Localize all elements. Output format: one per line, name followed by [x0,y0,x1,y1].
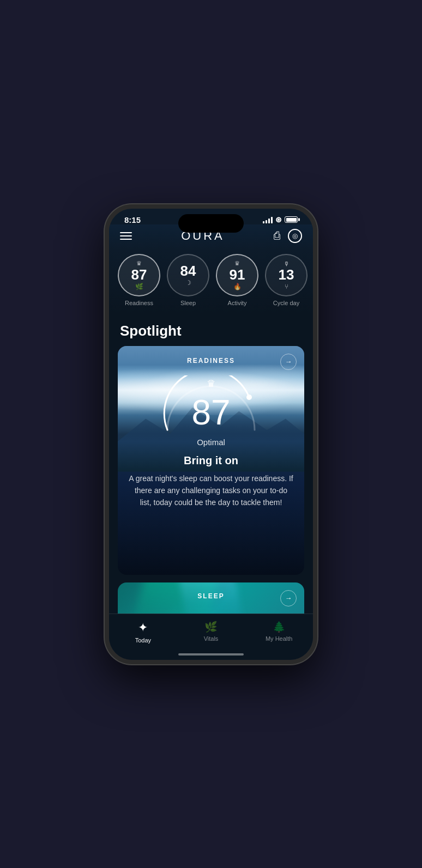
dynamic-island [178,214,244,233]
phone-frame: 8:15 ⊛ ŌURA ⎙ ◎ [105,204,317,664]
main-content: Spotlight → READINESS ♛ [109,314,313,638]
readiness-body: A great night's sleep can boost your rea… [118,472,304,509]
scores-row: ♛ 87 🌿 Readiness 84 ☽ Sleep ♛ 91 🔥 Activ… [109,250,313,314]
ring-icon[interactable]: ◎ [288,229,302,243]
nav-vitals-label: Vitals [204,635,219,642]
flame-icon: 🔥 [233,283,242,290]
sleep-arrow[interactable]: → [280,590,297,606]
home-indicator [178,653,244,655]
today-icon: ✦ [138,621,148,635]
cycle-day-score[interactable]: 🎙 13 ⑂ Cycle day [265,254,308,306]
leaf-icon: 🌿 [135,283,143,290]
readiness-score[interactable]: ♛ 87 🌿 Readiness [118,254,160,306]
readiness-card[interactable]: → READINESS ♛ 87 Optimal [118,346,304,575]
readiness-type-label: READINESS [187,357,235,365]
signal-icon [263,216,273,223]
sleep-score[interactable]: 84 ☽ Sleep [167,254,209,306]
nav-today-label: Today [135,637,151,644]
nav-myhealth[interactable]: 🌲 My Health [245,621,313,642]
status-icons: ⊛ [263,215,298,224]
vitals-icon: 🌿 [204,621,218,633]
gauge-crown-icon: ♛ [207,378,215,390]
crown-icon-2: ♛ [234,260,240,267]
share-icon[interactable]: ⎙ [274,229,280,242]
sleep-type-label: SLEEP [197,592,224,600]
wifi-icon: ⊛ [275,215,282,224]
nav-vitals[interactable]: 🌿 Vitals [177,621,245,642]
spotlight-title: Spotlight [109,314,313,346]
readiness-status: Optimal [197,438,225,447]
nav-today[interactable]: ✦ Today [109,621,177,644]
activity-score[interactable]: ♛ 91 🔥 Activity [216,254,258,306]
readiness-gauge: ♛ 87 [156,375,266,435]
readiness-headline: Bring it on [184,454,238,467]
menu-button[interactable] [120,232,132,240]
crown-icon: ♛ [136,260,142,267]
moon-icon: ☽ [185,279,191,287]
header-actions: ⎙ ◎ [274,229,302,243]
status-time: 8:15 [124,215,141,224]
gauge-score: 87 [191,395,230,430]
readiness-arrow[interactable]: → [280,354,297,370]
myhealth-icon: 🌲 [273,621,286,633]
fork-icon: ⑂ [285,283,288,290]
svg-point-0 [246,394,252,400]
nav-myhealth-label: My Health [266,635,293,642]
battery-icon [285,216,298,223]
